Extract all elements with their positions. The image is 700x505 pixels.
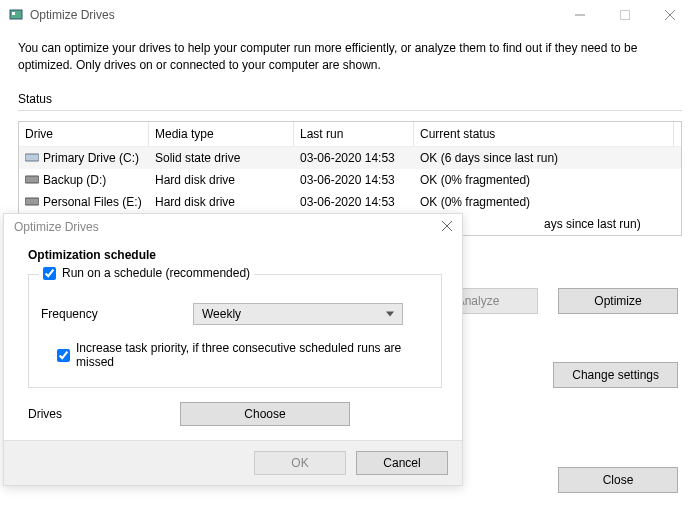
- dialog-titlebar: Optimize Drives: [4, 214, 462, 240]
- priority-label: Increase task priority, if three consecu…: [76, 341, 429, 369]
- schedule-group: Run on a schedule (recommended) Frequenc…: [28, 274, 442, 388]
- dialog-close-button[interactable]: [442, 220, 452, 234]
- choose-button[interactable]: Choose: [180, 402, 350, 426]
- hdd-icon: [25, 174, 39, 185]
- svg-rect-3: [620, 11, 629, 20]
- app-icon: [8, 7, 24, 23]
- table-row[interactable]: Primary Drive (C:) Solid state drive 03-…: [19, 147, 681, 169]
- maximize-button[interactable]: [602, 0, 647, 30]
- svg-rect-0: [10, 10, 22, 19]
- dialog-footer: OK Cancel: [4, 440, 462, 485]
- window-title: Optimize Drives: [30, 8, 115, 22]
- priority-checkbox[interactable]: [57, 349, 70, 362]
- frequency-label: Frequency: [41, 307, 181, 321]
- change-settings-button[interactable]: Change settings: [553, 362, 678, 388]
- svg-rect-1: [12, 12, 15, 15]
- hdd-icon: [25, 196, 39, 207]
- svg-rect-6: [25, 154, 39, 161]
- schedule-dialog: Optimize Drives Optimization schedule Ru…: [3, 213, 463, 486]
- svg-rect-7: [25, 176, 39, 183]
- svg-rect-8: [25, 198, 39, 205]
- intro-text: You can optimize your drives to help you…: [18, 40, 682, 74]
- ok-button: OK: [254, 451, 346, 475]
- window-titlebar: Optimize Drives: [0, 0, 700, 30]
- run-schedule-checkbox[interactable]: [43, 267, 56, 280]
- status-label: Status: [18, 92, 682, 106]
- table-row[interactable]: Personal Files (E:) Hard disk drive 03-0…: [19, 191, 681, 213]
- dialog-title: Optimize Drives: [14, 220, 99, 234]
- ssd-icon: [25, 152, 39, 163]
- table-row[interactable]: Backup (D:) Hard disk drive 03-06-2020 1…: [19, 169, 681, 191]
- close-button[interactable]: Close: [558, 467, 678, 493]
- frequency-select[interactable]: Weekly: [193, 303, 403, 325]
- cancel-button[interactable]: Cancel: [356, 451, 448, 475]
- table-header: Drive Media type Last run Current status: [19, 122, 681, 147]
- minimize-button[interactable]: [557, 0, 602, 30]
- col-drive[interactable]: Drive: [19, 122, 149, 146]
- col-media[interactable]: Media type: [149, 122, 294, 146]
- col-status[interactable]: Current status: [414, 122, 674, 146]
- schedule-heading: Optimization schedule: [28, 248, 442, 262]
- optimize-button[interactable]: Optimize: [558, 288, 678, 314]
- drives-label: Drives: [28, 407, 168, 421]
- col-lastrun[interactable]: Last run: [294, 122, 414, 146]
- run-schedule-label: Run on a schedule (recommended): [62, 266, 250, 280]
- close-window-button[interactable]: [647, 0, 692, 30]
